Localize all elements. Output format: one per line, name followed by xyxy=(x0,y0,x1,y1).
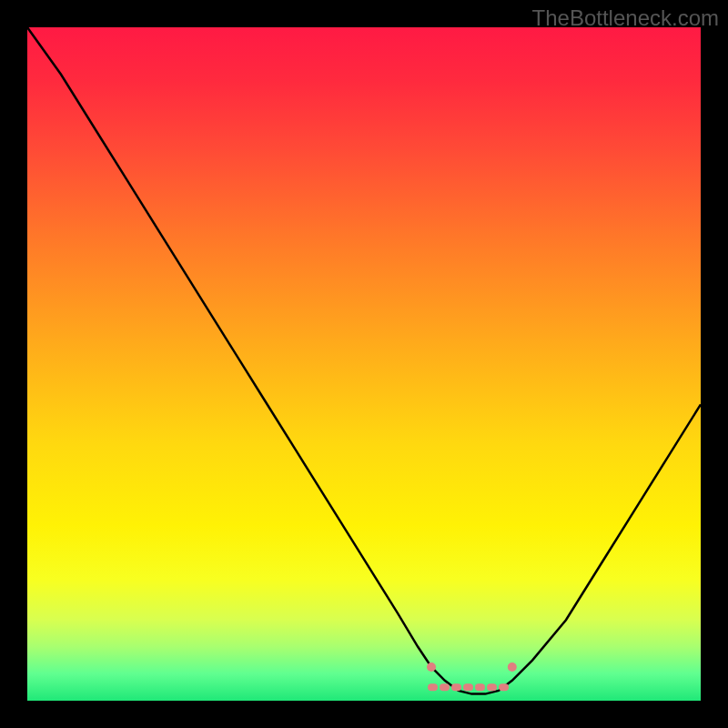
marker-dot xyxy=(508,662,517,672)
chart-curve-layer xyxy=(27,27,701,701)
watermark-label: TheBottleneck.com xyxy=(532,5,719,31)
chart-plot-area xyxy=(27,27,701,701)
bottleneck-curve xyxy=(27,27,701,694)
end-markers xyxy=(427,662,517,672)
marker-dot xyxy=(427,662,436,672)
